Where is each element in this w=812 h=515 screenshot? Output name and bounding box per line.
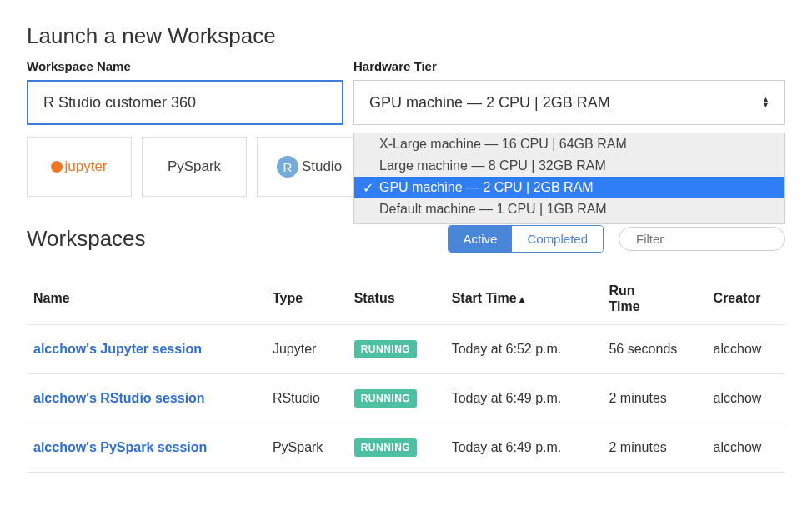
- cell-type: PySpark: [266, 423, 348, 472]
- jupyter-label: jupyter: [64, 158, 107, 175]
- workspaces-table: Name Type Status Start Time▴ RunTime Cre…: [27, 272, 785, 472]
- cell-start-time: Today at 6:49 p.m.: [445, 423, 603, 472]
- col-start-time[interactable]: Start Time▴: [445, 272, 603, 325]
- table-row: alcchow's Jupyter session Jupyter RUNNIN…: [27, 325, 785, 374]
- cell-run-time: 2 minutes: [602, 423, 706, 472]
- tool-card-pyspark[interactable]: PySpark: [142, 137, 247, 197]
- table-row: alcchow's PySpark session PySpark RUNNIN…: [27, 423, 785, 472]
- hardware-tier-option[interactable]: Default machine — 1 CPU | 1GB RAM: [354, 198, 784, 220]
- cell-type: RStudio: [266, 374, 348, 423]
- cell-creator: alcchow: [707, 423, 785, 472]
- hardware-tier-label: Hardware Tier: [353, 59, 785, 73]
- jupyter-icon: jupyter: [51, 158, 107, 175]
- status-badge: RUNNING: [354, 389, 418, 408]
- filter-input[interactable]: [636, 232, 794, 246]
- hardware-tier-option[interactable]: GPU machine — 2 CPU | 2GB RAM: [354, 177, 784, 198]
- sort-asc-icon: ▴: [519, 293, 524, 305]
- tab-active[interactable]: Active: [449, 226, 513, 252]
- rstudio-label: Studio: [302, 158, 342, 175]
- table-row: alcchow's RStudio session RStudio RUNNIN…: [27, 374, 785, 423]
- pyspark-label: PySpark: [168, 158, 221, 175]
- cell-creator: alcchow: [707, 374, 785, 423]
- hardware-tier-col: Hardware Tier GPU machine — 2 CPU | 2GB …: [353, 59, 785, 125]
- workspace-name-col: Workspace Name: [27, 59, 343, 125]
- hardware-tier-option[interactable]: Large machine — 8 CPU | 32GB RAM: [354, 155, 784, 177]
- hardware-tier-select[interactable]: GPU machine — 2 CPU | 2GB RAM ▲▼: [353, 80, 785, 125]
- col-run-time[interactable]: RunTime: [602, 272, 706, 325]
- workspaces-header-row: Workspaces Active Completed: [27, 225, 785, 252]
- workspace-name-label: Workspace Name: [27, 59, 343, 73]
- launch-form-row: Workspace Name Hardware Tier GPU machine…: [27, 59, 785, 125]
- status-tab-group: Active Completed: [448, 225, 604, 252]
- workspaces-controls: Active Completed: [448, 225, 785, 252]
- rstudio-icon: R Studio: [277, 156, 342, 178]
- cell-type: Jupyter: [266, 325, 348, 374]
- tool-card-jupyter[interactable]: jupyter: [27, 137, 132, 197]
- filter-wrap[interactable]: [619, 227, 785, 251]
- workspace-link[interactable]: alcchow's PySpark session: [33, 440, 207, 454]
- tab-completed[interactable]: Completed: [512, 226, 603, 252]
- workspaces-title: Workspaces: [27, 226, 146, 252]
- col-type[interactable]: Type: [266, 272, 348, 325]
- col-name[interactable]: Name: [27, 272, 266, 325]
- status-badge: RUNNING: [354, 340, 418, 358]
- col-creator[interactable]: Creator: [707, 272, 785, 325]
- cell-creator: alcchow: [707, 325, 785, 374]
- col-status[interactable]: Status: [348, 272, 445, 325]
- cell-run-time: 56 seconds: [602, 325, 706, 374]
- workspace-name-input[interactable]: [27, 80, 343, 125]
- select-arrows-icon: ▲▼: [762, 97, 769, 108]
- cell-start-time: Today at 6:52 p.m.: [445, 325, 603, 374]
- hardware-tier-option[interactable]: X-Large machine — 16 CPU | 64GB RAM: [354, 133, 784, 155]
- workspace-link[interactable]: alcchow's RStudio session: [33, 391, 205, 405]
- hardware-tier-dropdown: X-Large machine — 16 CPU | 64GB RAM Larg…: [353, 132, 785, 224]
- hardware-tier-selected-value: GPU machine — 2 CPU | 2GB RAM: [369, 94, 610, 112]
- tool-card-rstudio[interactable]: R Studio: [257, 137, 362, 197]
- workspace-link[interactable]: alcchow's Jupyter session: [33, 342, 202, 356]
- status-badge: RUNNING: [354, 438, 418, 457]
- page-title: Launch a new Workspace: [27, 23, 785, 49]
- cell-run-time: 2 minutes: [602, 374, 706, 423]
- cell-start-time: Today at 6:49 p.m.: [445, 374, 603, 423]
